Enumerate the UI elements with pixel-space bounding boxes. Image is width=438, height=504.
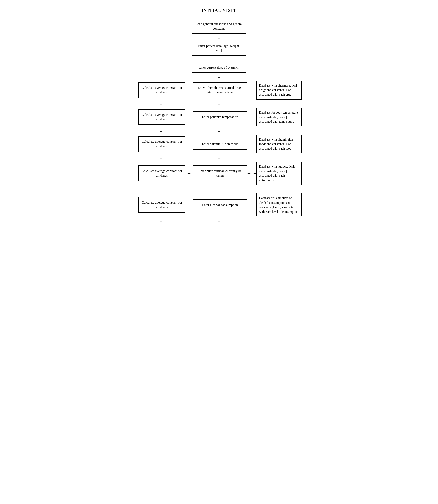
- row-5: Calculate average constant for all drugs…: [131, 193, 307, 217]
- col-center-4: Enter nutraceutical, currently be taken: [193, 165, 247, 181]
- down-arrow-center-3: ↓: [192, 155, 246, 161]
- down-arrows-4: ↓ ↓: [131, 186, 307, 192]
- down-arrow-left-2: ↓: [137, 128, 185, 133]
- col-left-2: Calculate average constant for all drugs: [138, 109, 186, 125]
- page-title: INITIAL VISIT: [202, 8, 236, 13]
- arrow-left-2: ←: [186, 114, 193, 120]
- row-3: Calculate average constant for all drugs…: [131, 135, 307, 153]
- col-center-3: Enter Vitamin K rich foods: [193, 139, 247, 150]
- box-enter-warfarin: Enter current dose of Warfarin: [192, 63, 246, 73]
- box-right-4: Database with nutraceuticals and constan…: [256, 162, 302, 185]
- col-center-2: Enter patient’s temperature: [193, 111, 247, 122]
- down-arrow-center-final: ↓: [192, 218, 246, 224]
- down-arrow-left-final: ↓: [137, 218, 185, 224]
- arrow-down-2: ↓: [218, 55, 220, 63]
- arrow-left-5: ←: [186, 202, 193, 208]
- box-center-2: Enter patient’s temperature: [193, 111, 247, 122]
- col-right-2: Database for body temperature and consta…: [256, 108, 300, 127]
- box-right-5: Database with amounts of alcohol consump…: [256, 193, 302, 217]
- arrow-down-1: ↓: [218, 34, 220, 41]
- col-right-3: Database with vitamin rich foods and con…: [256, 135, 300, 153]
- box-left-1: Calculate average constant for all drugs: [138, 82, 186, 98]
- arrow-both-1: → ←: [247, 87, 256, 93]
- arrow-both-4: → ←: [247, 171, 256, 176]
- arrow-left-3: ←: [186, 141, 193, 147]
- arrow-both-2: → ←: [247, 114, 256, 120]
- diagram: INITIAL VISIT Load general questions and…: [131, 8, 307, 224]
- col-right-5: Database with amounts of alcohol consump…: [256, 193, 300, 217]
- arrow-down-3: ↓: [218, 73, 220, 80]
- arrow-left-4: ←: [186, 171, 193, 176]
- arrow-left-1: ←: [186, 87, 193, 93]
- down-arrows-1: ↓ ↓: [131, 101, 307, 107]
- down-arrows-2: ↓ ↓: [131, 128, 307, 133]
- box-center-4: Enter nutraceutical, currently be taken: [193, 165, 247, 181]
- box-left-4: Calculate average constant for all drugs: [138, 165, 186, 181]
- box-load-general: Load general questions and general const…: [192, 19, 246, 34]
- box-left-3: Calculate average constant for all drugs: [138, 136, 186, 152]
- down-arrow-left-4: ↓: [137, 186, 185, 192]
- box-center-3: Enter Vitamin K rich foods: [193, 139, 247, 150]
- row-2: Calculate average constant for all drugs…: [131, 108, 307, 127]
- col-center-5: Enter alcohol consumption: [193, 199, 247, 210]
- col-right-1: Database with pharmaceutical drugs and c…: [256, 81, 300, 99]
- down-arrows-3: ↓ ↓: [131, 155, 307, 161]
- row-4: Calculate average constant for all drugs…: [131, 162, 307, 185]
- box-left-5: Calculate average constant for all drugs: [138, 197, 186, 213]
- down-arrows-final: ↓ ↓: [131, 218, 307, 224]
- arrow-both-3: → ←: [247, 141, 256, 147]
- arrow-both-5: → ←: [247, 202, 256, 208]
- down-arrow-left-1: ↓: [137, 101, 185, 107]
- col-left-5: Calculate average constant for all drugs: [138, 197, 186, 213]
- col-left-3: Calculate average constant for all drugs: [138, 136, 186, 152]
- col-right-4: Database with nutraceuticals and constan…: [256, 162, 300, 185]
- col-center-1: Enter other pharmaceutical drugs being c…: [193, 82, 247, 98]
- down-arrow-center-4: ↓: [192, 186, 246, 192]
- box-right-2: Database for body temperature and consta…: [256, 108, 302, 127]
- box-center-5: Enter alcohol consumption: [193, 199, 247, 210]
- box-center-1: Enter other pharmaceutical drugs being c…: [193, 82, 247, 98]
- down-arrow-left-3: ↓: [137, 155, 185, 161]
- box-right-1: Database with pharmaceutical drugs and c…: [256, 81, 302, 99]
- col-left-4: Calculate average constant for all drugs: [138, 165, 186, 181]
- box-right-3: Database with vitamin rich foods and con…: [256, 135, 302, 153]
- box-enter-patient: Enter patient data [age, weight, etc.]: [192, 41, 246, 56]
- down-arrow-center-2: ↓: [192, 128, 246, 133]
- row-1: Calculate average constant for all drugs…: [131, 81, 307, 99]
- down-arrow-center-1: ↓: [192, 101, 246, 107]
- box-left-2: Calculate average constant for all drugs: [138, 109, 186, 125]
- col-left-1: Calculate average constant for all drugs: [138, 82, 186, 98]
